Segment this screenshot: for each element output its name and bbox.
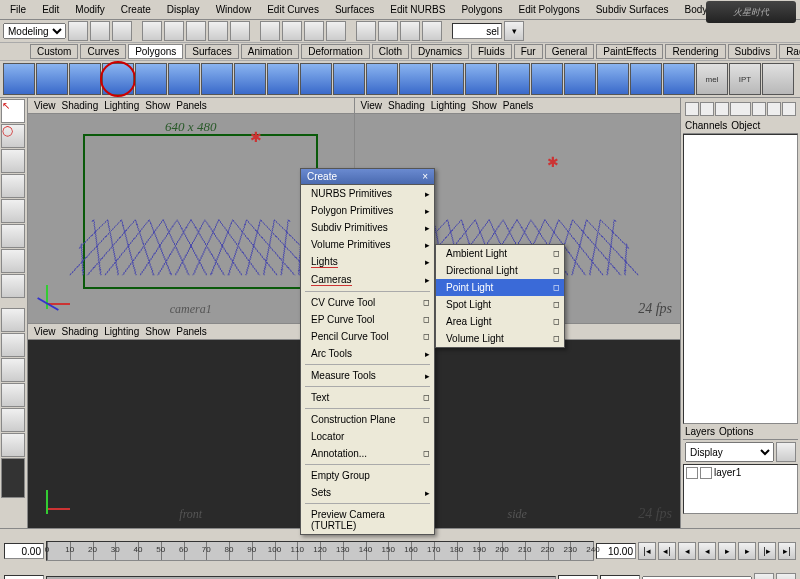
- soft-select-tool[interactable]: [1, 249, 25, 273]
- shelf-tab-radiantsquare[interactable]: RadiantSquare: [779, 44, 800, 59]
- last-tool[interactable]: [1, 274, 25, 298]
- shelf-poly-cut[interactable]: [399, 63, 431, 95]
- manip-tool[interactable]: [1, 224, 25, 248]
- menu-polygon-primitives[interactable]: Polygon Primitives: [301, 202, 434, 219]
- menu-pencil-curve-tool[interactable]: Pencil Curve Tool: [301, 328, 434, 345]
- chan-icon-1[interactable]: [685, 102, 699, 116]
- menu-edit-curves[interactable]: Edit Curves: [263, 2, 323, 17]
- tool-select-vertex[interactable]: [142, 21, 162, 41]
- shelf-tab-cloth[interactable]: Cloth: [372, 44, 409, 59]
- chan-icon-4[interactable]: [752, 102, 766, 116]
- shelf-poly-soften[interactable]: [630, 63, 662, 95]
- shelf-poly-extract[interactable]: [267, 63, 299, 95]
- single-pane[interactable]: [1, 308, 25, 332]
- tool-new[interactable]: [68, 21, 88, 41]
- shelf-ipt-icon[interactable]: IPT: [729, 63, 761, 95]
- shelf-tab-painteffects[interactable]: PaintEffects: [596, 44, 663, 59]
- sel-dropdown[interactable]: ▾: [504, 21, 524, 41]
- tool-snap-point[interactable]: [304, 21, 324, 41]
- sel-field[interactable]: [452, 23, 502, 39]
- layout-graph[interactable]: [1, 433, 25, 457]
- shelf-bodypaint-icon[interactable]: [762, 63, 794, 95]
- layer-disp-toggle[interactable]: [700, 467, 712, 479]
- shelf-tab-curves[interactable]: Curves: [80, 44, 126, 59]
- rotate-tool[interactable]: [1, 174, 25, 198]
- close-icon[interactable]: ×: [422, 171, 428, 182]
- shelf-poly-torus[interactable]: [135, 63, 167, 95]
- tool-snap-curve[interactable]: [282, 21, 302, 41]
- shelf-tab-dynamics[interactable]: Dynamics: [411, 44, 469, 59]
- shelf-tab-rendering[interactable]: Rendering: [665, 44, 725, 59]
- shelf-poly-extrude[interactable]: [300, 63, 332, 95]
- time-start-field[interactable]: [4, 543, 44, 559]
- scale-tool[interactable]: [1, 199, 25, 223]
- playback-prefs-icon[interactable]: [776, 573, 796, 579]
- menu-edit[interactable]: Edit: [38, 2, 63, 17]
- menu-text[interactable]: Text: [301, 389, 434, 406]
- layer-list[interactable]: layer1: [683, 464, 798, 514]
- range-start-field[interactable]: [4, 575, 44, 579]
- play-end-icon[interactable]: ▸|: [778, 542, 796, 560]
- charset-select[interactable]: No Character Set: [642, 576, 752, 580]
- shelf-poly-plane[interactable]: [102, 63, 134, 95]
- shelf-poly-cube[interactable]: [36, 63, 68, 95]
- vmenu-view[interactable]: View: [34, 100, 56, 111]
- menu-create[interactable]: Create: [117, 2, 155, 17]
- menu-measure-tools[interactable]: Measure Tools: [301, 367, 434, 384]
- menu-subdiv-surfaces[interactable]: Subdiv Surfaces: [592, 2, 673, 17]
- tab-layers[interactable]: Layers: [685, 426, 715, 437]
- two-pane-v[interactable]: [1, 383, 25, 407]
- menu-nurbs-primitives[interactable]: NURBS Primitives: [301, 185, 434, 202]
- menu-polygons[interactable]: Polygons: [457, 2, 506, 17]
- menu-display[interactable]: Display: [163, 2, 204, 17]
- tool-render[interactable]: [378, 21, 398, 41]
- display-select[interactable]: Display: [685, 442, 774, 462]
- step-back-icon[interactable]: ◂|: [658, 542, 676, 560]
- menu-window[interactable]: Window: [212, 2, 256, 17]
- lasso-tool[interactable]: ◯: [1, 124, 25, 148]
- menu-modify[interactable]: Modify: [71, 2, 108, 17]
- shelf-tab-polygons[interactable]: Polygons: [128, 44, 183, 59]
- shelf-poly-split[interactable]: [366, 63, 398, 95]
- menu-sets[interactable]: Sets: [301, 484, 434, 501]
- autokey-toggle[interactable]: [754, 573, 774, 579]
- menu-spot-light[interactable]: Spot Light: [436, 296, 564, 313]
- tool-select-uv[interactable]: [230, 21, 250, 41]
- shelf-poly-combine[interactable]: [234, 63, 266, 95]
- shelf-tab-subdivs[interactable]: Subdivs: [728, 44, 778, 59]
- shelf-tab-fur[interactable]: Fur: [514, 44, 543, 59]
- tool-select-face[interactable]: [186, 21, 206, 41]
- vmenu-lighting[interactable]: Lighting: [104, 100, 139, 111]
- vmenu-panels[interactable]: Panels: [176, 100, 207, 111]
- chan-icon-2[interactable]: [700, 102, 714, 116]
- menu-volume-light[interactable]: Volume Light: [436, 330, 564, 347]
- layer-vis-toggle[interactable]: [686, 467, 698, 479]
- two-pane-h[interactable]: [1, 358, 25, 382]
- tool-select-edge[interactable]: [164, 21, 184, 41]
- shelf-tab-animation[interactable]: Animation: [241, 44, 299, 59]
- shelf-tab-deformation[interactable]: Deformation: [301, 44, 369, 59]
- vmenu-shading[interactable]: Shading: [62, 100, 99, 111]
- menu-arc-tools[interactable]: Arc Tools: [301, 345, 434, 362]
- shelf-poly-cleanup[interactable]: [531, 63, 563, 95]
- shelf-poly-merge[interactable]: [432, 63, 464, 95]
- menu-lights[interactable]: Lights: [301, 253, 434, 271]
- shelf-poly-normals[interactable]: [564, 63, 596, 95]
- tab-channels[interactable]: Channels: [685, 120, 727, 131]
- layer-new-icon[interactable]: [776, 442, 796, 462]
- menu-cameras[interactable]: Cameras: [301, 271, 434, 289]
- shelf-mel-icon[interactable]: mel: [696, 63, 728, 95]
- time-end-field[interactable]: [596, 543, 636, 559]
- tool-snap-plane[interactable]: [326, 21, 346, 41]
- menu-volume-primitives[interactable]: Volume Primitives: [301, 236, 434, 253]
- shelf-poly-reduce[interactable]: [498, 63, 530, 95]
- menu-area-light[interactable]: Area Light: [436, 313, 564, 330]
- shelf-tab-fluids[interactable]: Fluids: [471, 44, 512, 59]
- play-fwd-icon[interactable]: ▸: [718, 542, 736, 560]
- menu-file[interactable]: File: [6, 2, 30, 17]
- tool-save[interactable]: [112, 21, 132, 41]
- shelf-poly-cylinder[interactable]: [69, 63, 101, 95]
- chan-icon-3[interactable]: [715, 102, 729, 116]
- tool-snap-grid[interactable]: [260, 21, 280, 41]
- menu-surfaces[interactable]: Surfaces: [331, 2, 378, 17]
